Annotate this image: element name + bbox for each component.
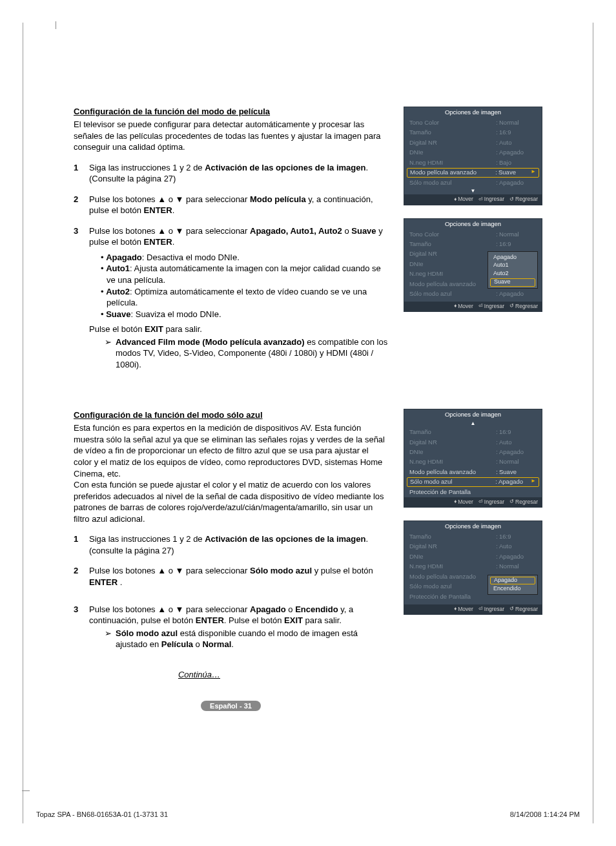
osd-row[interactable]: DNIe:Apagado [407, 448, 539, 457]
osd-value: Normal [499, 563, 537, 570]
osd-row[interactable]: N.neg HDMI:Normal [407, 457, 539, 467]
crop-mark [22, 790, 30, 791]
osd-row[interactable]: Protección de Pantalla [407, 487, 539, 497]
step-text: Pulse los botones ▲ o ▼ para seleccionar [89, 604, 250, 614]
osd-popup-option[interactable]: Apagado [488, 253, 537, 262]
osd-row[interactable]: DNIe:Apagado [407, 552, 539, 561]
step-number: 3 [74, 225, 80, 371]
osd-label: Digital NR [409, 139, 495, 146]
osd-hint-regresar: ↺Regresar [509, 196, 538, 202]
osd-value: 16:9 [499, 241, 537, 247]
osd-label: Modo película avanzado [409, 573, 495, 580]
osd-footer: ♦Mover ⏎Ingresar ↺Regresar [404, 194, 542, 204]
step-number: 1 [74, 533, 80, 556]
steps-list: 1 Siga las instrucciones 1 y 2 de Activa… [74, 162, 388, 371]
osd-row[interactable]: N.neg HDMI:Normal [407, 562, 539, 572]
note-bold: Película [161, 639, 193, 649]
osd-popup[interactable]: Apagado Auto1 Auto2 Suave [488, 251, 538, 289]
osd-row[interactable]: DNIe:Apagado [407, 148, 539, 158]
note-bold: Advanced Film mode (Modo película avanza… [116, 337, 305, 347]
osd-label: Modo película avanzado [409, 281, 495, 287]
step-bold: Activación de las opciones de la imagen [205, 534, 365, 544]
osd-title: Opciones de imagen [404, 219, 542, 229]
osd-row[interactable]: Sólo modo azul:Apagado [407, 289, 539, 299]
osd-value: Apagado [499, 180, 537, 186]
osd-row[interactable]: Digital NR:Auto [407, 437, 539, 447]
osd-row[interactable]: Tamaño:16:9 [407, 128, 539, 138]
osd-menu: Opciones de imagen Tono Color:Normal Tam… [404, 107, 542, 205]
osd-row[interactable]: Digital NR:Auto [407, 138, 539, 147]
step-bold: ENTER [89, 577, 118, 587]
step-number: 2 [74, 565, 80, 588]
side-column: Opciones de imagen Tono Color:Normal Tam… [404, 107, 542, 710]
osd-hint-ingresar: ⏎Ingresar [478, 304, 504, 309]
updown-icon: ♦ [454, 304, 457, 309]
bullet-text: : Optimiza automáticamente el texto de v… [107, 287, 367, 308]
osd-hint-text: Mover [458, 499, 473, 505]
osd-row[interactable]: Tono Color:Normal [407, 229, 539, 239]
osd-label: DNIe [409, 149, 495, 156]
osd-value: Normal [499, 459, 537, 465]
step-text: . [172, 205, 175, 215]
return-icon: ↺ [509, 499, 514, 505]
step-bold: Encendido [295, 604, 338, 614]
osd-scroll-down-icon[interactable]: ▼ [407, 188, 539, 195]
main-column: Configuración de la función del modo de … [74, 107, 388, 710]
osd-label: DNIe [409, 449, 495, 455]
step-number: 2 [74, 194, 80, 216]
osd-label: N.neg HDMI [409, 160, 495, 166]
osd-row[interactable]: Tamaño:16:9 [407, 428, 539, 437]
osd-value: 16:9 [499, 533, 537, 540]
osd-row[interactable]: Tamaño:16:9 [407, 240, 539, 249]
bullet-label: Auto2 [106, 287, 130, 296]
osd-hint-text: Ingresar [484, 196, 504, 202]
note-block: ➢ Sólo modo azul está disponible cuando … [105, 628, 388, 650]
enter-icon: ⏎ [478, 499, 483, 505]
osd-row[interactable]: Digital NR:Auto [407, 542, 539, 552]
content-area: Configuración de la función del modo de … [23, 23, 593, 710]
osd-popup[interactable]: Apagado Encendido [488, 575, 538, 595]
osd-popup-option[interactable]: Encendido [488, 584, 537, 593]
step-item: 3 Pulse los botones ▲ o ▼ para seleccion… [74, 225, 388, 371]
osd-value: 16:9 [499, 429, 537, 435]
step-text: o [286, 604, 295, 614]
osd-hint-text: Ingresar [484, 499, 504, 505]
bullet-list: Apagado: Desactiva el modo DNIe. Auto1: … [101, 252, 388, 320]
osd-hint-text: Ingresar [484, 304, 504, 309]
osd-row[interactable]: Modo película avanzado:Suave [407, 467, 539, 477]
steps-list: 1 Siga las instrucciones 1 y 2 de Activa… [74, 533, 388, 650]
osd-popup-option-selected[interactable]: Suave [490, 278, 535, 287]
osd-row[interactable]: N.neg HDMI:Bajo [407, 158, 539, 167]
step-item: 2 Pulse los botones ▲ o ▼ para seleccion… [74, 194, 388, 216]
osd-row[interactable]: Tono Color:Normal [407, 118, 539, 127]
exit-line: Pulse el botón EXIT para salir. [89, 324, 388, 335]
enter-icon: ⏎ [478, 606, 483, 612]
osd-scroll-up-icon[interactable]: ▲ [407, 420, 539, 428]
updown-icon: ♦ [454, 606, 457, 612]
osd-value: Apagado [499, 149, 537, 156]
osd-value: Apagado [499, 449, 537, 455]
osd-popup-option[interactable]: Auto1 [488, 262, 537, 270]
step-bold: ENTER [196, 615, 224, 625]
osd-menu: Opciones de imagen Tono Color:Normal Tam… [404, 218, 542, 313]
updown-icon: ♦ [454, 197, 457, 203]
osd-row-selected[interactable]: Modo película avanzado:Suave [407, 168, 539, 178]
step-text: . [118, 577, 122, 587]
osd-popup-option-selected[interactable]: Apagado [490, 577, 535, 585]
step-bold: ENTER [144, 237, 172, 247]
osd-label: Digital NR [409, 543, 495, 550]
osd-label: Digital NR [409, 439, 495, 446]
osd-value: Apagado [498, 479, 536, 485]
osd-label: Modo película avanzado [410, 169, 494, 176]
osd-hint-text: Regresar [515, 304, 538, 309]
crop-mark [56, 21, 56, 29]
osd-row-selected[interactable]: Sólo modo azul:Apagado [407, 477, 539, 487]
step-item: 1 Siga las instrucciones 1 y 2 de Activa… [74, 162, 388, 185]
osd-footer: ♦Mover ⏎Ingresar ↺Regresar [404, 302, 542, 311]
footer-right: 8/14/2008 1:14:24 PM [510, 810, 580, 818]
osd-row[interactable]: Tamaño:16:9 [407, 532, 539, 542]
osd-popup-option[interactable]: Auto2 [488, 270, 537, 278]
osd-row[interactable]: Sólo modo azul:Apagado [407, 178, 539, 187]
osd-hint-mover: ♦Mover [454, 196, 473, 202]
step-item: 2 Pulse los botones ▲ o ▼ para seleccion… [74, 565, 388, 588]
